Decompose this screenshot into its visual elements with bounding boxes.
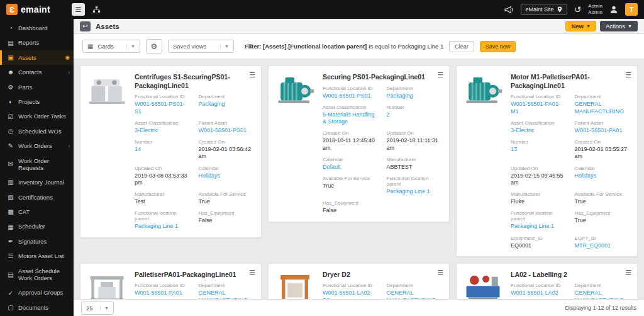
card-menu-icon[interactable]: ☰ (625, 269, 631, 276)
field-value-link[interactable]: GENERAL MANUFACTURING (199, 290, 255, 299)
field-value-link[interactable]: Packaging Line 1 (135, 223, 191, 230)
sidebar-item-cat[interactable]: ▩ CAT (0, 205, 74, 219)
field-value-link[interactable]: 3-Electric (135, 127, 191, 134)
field-value-link[interactable]: 2 (387, 111, 443, 118)
card-menu-icon[interactable]: ☰ (249, 269, 255, 276)
topbar: Ɛ emaint ☰ eMaint Site ↺ Admin Admin T (0, 0, 644, 19)
site-selector[interactable]: eMaint Site (521, 4, 567, 15)
announcements-icon[interactable] (504, 6, 514, 14)
field-value-link[interactable]: W001-56501-PA01-M1 (511, 101, 567, 115)
sidebar-item-contacts[interactable]: ☻ Contacts › (0, 65, 74, 79)
asset-card[interactable]: ☰ LA02 - Labelling 2 Functional Location… (456, 263, 638, 299)
field-label: Functional Location ID (135, 94, 191, 99)
history-icon[interactable]: ↺ (574, 5, 582, 14)
reports-icon: ▤ (7, 40, 14, 47)
field-department: DepartmentPackaging (199, 94, 255, 115)
field-value-link[interactable]: 13 (511, 146, 567, 153)
sidebar-item-work-order-requests[interactable]: ✉ Work Order Requests (0, 154, 74, 176)
sidebar-item-label: Scheduled WOs (18, 128, 70, 135)
field-value: 2019-03-08 03:53:33 pm (135, 172, 191, 187)
page-size-value: 25 (86, 305, 93, 312)
field-value-link[interactable]: GENERAL MANUFACTURING (575, 290, 631, 299)
back-icon[interactable]: ↩ (80, 21, 91, 31)
sidebar-item-documents[interactable]: ▢ Documents (0, 300, 74, 315)
dashboard-icon: ◔ (7, 25, 14, 31)
field-value-link[interactable]: Packaging Line 1 (387, 188, 443, 195)
sidebar-item-label: Scheduler (18, 223, 70, 230)
asset-card[interactable]: ☰ PalletiserPA01-PackagingLine01 Functio… (80, 263, 262, 299)
sidebar-item-work-order-tasks[interactable]: ☑ Work Order Tasks (0, 109, 74, 123)
asset-card[interactable]: ☰ Dryer D2 Functional Location IDW001-56… (268, 263, 450, 299)
card-menu-icon[interactable]: ☰ (625, 72, 631, 79)
asset-card[interactable]: ☰ Securing PS01-PackagingLine01 Function… (268, 65, 450, 222)
field-value-link[interactable]: 5-Materials Handling & Storage (323, 111, 379, 126)
sidebar-item-parts[interactable]: ⚙ Parts (0, 80, 74, 94)
field-value-link[interactable]: W001-56501-PS01 (199, 127, 255, 134)
sidebar-item-scheduler[interactable]: ▦ Scheduler (0, 219, 74, 234)
sidebar-item-asset-schedule-work-orders[interactable]: ▤ Asset Schedule Work Orders (0, 264, 74, 286)
sidebar-item-dashboard[interactable]: ◔ Dashboard (0, 21, 74, 35)
saved-views-select[interactable]: Saved views ▼ (168, 40, 234, 53)
field-value-link[interactable]: Holidays (575, 172, 631, 179)
field-value-link[interactable]: W001-56501-PS01 (323, 93, 379, 99)
cards-scroll-area[interactable]: ☰ Centrifuges S1-SecuringPS01-PackagingL… (74, 59, 644, 299)
actions-button[interactable]: Actions ▼ (600, 21, 638, 31)
field-value-link[interactable]: MTR_EQ0001 (575, 242, 631, 249)
field-manufacturer: ManufacturerFluke (511, 191, 567, 205)
field-number: Number13 (511, 139, 567, 161)
asset-image (275, 73, 316, 215)
sidebar-item-projects[interactable]: ◐ Projects (0, 94, 74, 109)
field-value: Test (135, 198, 191, 205)
sidebar-item-signatures[interactable]: ✒ Signatures (0, 234, 74, 249)
clear-filter-button[interactable]: Clear (449, 41, 474, 52)
field-value-link[interactable]: GENERAL MANUFACTURING (575, 101, 631, 115)
field-value-link[interactable]: W001-56501-PS01-S1 (135, 101, 191, 115)
view-select[interactable]: ▦ Cards ▼ (82, 40, 140, 53)
user-profile-icon[interactable] (609, 5, 618, 14)
asset-fields: Functional Location IDW001-56501-LA02-D2… (323, 283, 443, 299)
asset-card[interactable]: ☰ Motor M1-PalletiserPA01-PackagingLine0… (456, 65, 638, 257)
sidebar-item-reports[interactable]: ▤ Reports (0, 35, 74, 50)
scheduler-icon: ▦ (7, 223, 14, 230)
field-value-link[interactable]: Holidays (199, 172, 255, 179)
field-value-link[interactable]: GENERAL MANUFACTURING (387, 290, 443, 299)
card-menu-icon[interactable]: ☰ (437, 72, 443, 79)
sidebar-item-assets[interactable]: ▣ Assets ◉ (0, 50, 74, 65)
field-value-link[interactable]: 14 (135, 146, 191, 153)
asset-card-title: Centrifuges S1-SecuringPS01-PackagingLin… (135, 73, 255, 90)
sidebar-item-approval-groups[interactable]: ✓ Approval Groups (0, 285, 74, 300)
field-label: Parent Asset (199, 120, 255, 126)
avatar[interactable]: T (625, 3, 638, 16)
sidebar-item-label: Contacts (18, 69, 64, 76)
inventory-journal-icon: ▥ (7, 179, 14, 186)
sidebar-item-inventory-journal[interactable]: ▥ Inventory Journal (0, 175, 74, 189)
new-button[interactable]: New ▼ (565, 21, 596, 31)
asset-card[interactable]: ☰ Centrifuges S1-SecuringPS01-PackagingL… (80, 65, 262, 238)
field-label: Has_Equipment (199, 210, 255, 216)
hamburger-menu-icon[interactable]: ☰ (72, 3, 85, 16)
field-label: Functional Location ID (323, 86, 379, 91)
field-value-link[interactable]: 3-Electric (511, 127, 567, 134)
sidebar-item-motors-asset-list[interactable]: ☰ Motors Asset List (0, 249, 74, 263)
sidebar-item-certifications[interactable]: ▧ Certifications (0, 190, 74, 205)
save-new-view-button[interactable]: Save new (480, 41, 516, 52)
field-label: Manufacturer (387, 157, 443, 162)
sitemap-icon[interactable] (92, 6, 101, 13)
field-label: Available For Service (199, 191, 255, 197)
field-functional-location-id: Functional Location IDW001-56501-PS01-S1 (135, 94, 191, 115)
field-value-link[interactable]: W001-56501-LA02 (511, 290, 567, 296)
field-value-link[interactable]: Default (323, 164, 379, 171)
card-menu-icon[interactable]: ☰ (437, 269, 443, 276)
field-value-link[interactable]: Packaging Line 1 (511, 223, 567, 230)
sidebar-item-scheduled-wos[interactable]: ◷ Scheduled WOs (0, 124, 74, 138)
card-menu-icon[interactable]: ☰ (249, 72, 255, 79)
sidebar-item-work-orders[interactable]: ✎ Work Orders › (0, 138, 74, 153)
field-value-link[interactable]: Packaging (387, 93, 443, 99)
projects-icon: ◐ (7, 98, 14, 105)
field-value-link[interactable]: Packaging (199, 101, 255, 108)
field-value-link[interactable]: W001-56501-PA01 (575, 127, 631, 134)
gear-icon[interactable]: ⚙ (146, 39, 162, 54)
page-size-select[interactable]: 25 ▼ (81, 302, 114, 315)
field-value-link[interactable]: W001-56501-PA01 (135, 290, 191, 296)
field-value-link[interactable]: W001-56501-LA02-D2 (323, 290, 379, 299)
